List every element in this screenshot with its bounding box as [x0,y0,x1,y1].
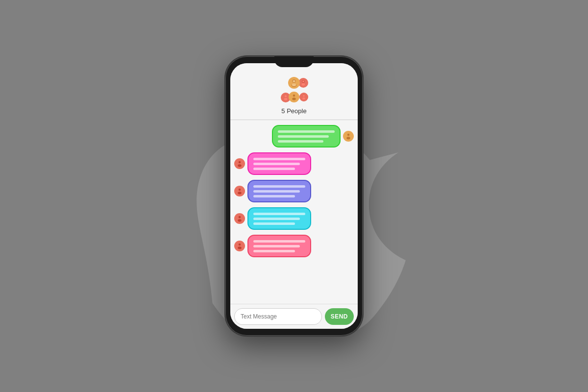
messages-area [230,120,358,304]
input-area: SEND [230,304,358,329]
svg-point-17 [239,189,241,191]
message-input[interactable] [234,308,322,325]
message-avatar [234,241,245,251]
message-bubble [247,235,311,257]
svg-point-2 [293,80,295,82]
message-avatar [343,131,354,142]
phone-notch [274,56,314,67]
message-row [234,125,354,147]
avatar-top-right [298,78,308,88]
bubble-line [253,240,305,243]
message-bubble [247,152,311,175]
avatar-bottom-right [299,93,308,101]
message-bubble [247,180,311,202]
bubble-line [253,213,305,215]
message-row [234,152,354,175]
message-avatar [234,158,245,169]
send-button[interactable]: SEND [325,308,354,325]
bubble-line [253,218,300,220]
svg-point-10 [292,98,296,100]
message-bubble [272,125,341,147]
svg-point-12 [302,98,305,99]
group-count-label: 5 People [281,107,306,115]
bubble-line [253,163,300,165]
bubble-line [278,140,323,143]
message-row [234,207,354,230]
bubble-line [253,158,305,160]
avatar-group [280,77,308,102]
svg-point-13 [347,134,350,136]
svg-point-9 [293,95,295,97]
svg-point-7 [285,95,287,97]
bubble-line [253,190,300,193]
svg-point-3 [292,83,296,86]
svg-point-11 [303,95,305,97]
bubble-line [253,250,295,252]
svg-point-16 [238,164,242,167]
bubble-line [278,130,335,133]
message-avatar [234,213,245,224]
message-avatar [234,186,245,196]
bubble-line [253,185,305,188]
bubble-line [278,135,329,138]
phone-frame: 5 People [225,56,363,336]
svg-point-21 [239,244,241,246]
svg-point-20 [238,219,242,221]
bubble-line [253,195,295,197]
svg-point-15 [239,161,241,164]
message-row [234,235,354,257]
message-bubble [247,207,311,230]
svg-point-6 [302,83,305,86]
chat-header: 5 People [230,63,358,120]
avatar-main [288,77,300,89]
message-row [234,180,354,202]
svg-point-5 [302,80,304,82]
phone-screen: 5 People [230,63,358,329]
bubble-line [253,245,300,247]
svg-point-18 [238,192,242,194]
svg-point-14 [346,137,350,139]
svg-point-19 [239,216,241,219]
bubble-line [253,168,295,170]
bubble-line [253,222,295,225]
svg-point-8 [284,98,288,100]
avatar-bottom-center [289,92,299,102]
svg-point-22 [238,246,242,249]
